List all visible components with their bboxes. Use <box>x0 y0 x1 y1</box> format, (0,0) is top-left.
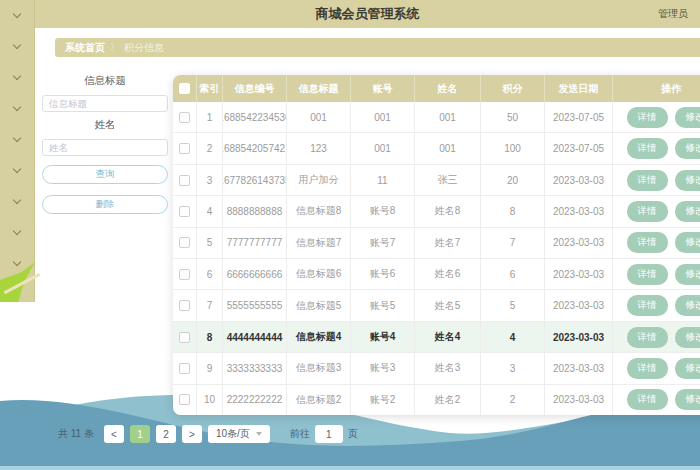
cell-points: 4 <box>481 322 545 352</box>
cell-points: 20 <box>481 165 545 195</box>
row-checkbox[interactable] <box>179 269 190 280</box>
table-row[interactable]: 5 7777777777 信息标题7 账号7 姓名7 7 2023-03-03 … <box>173 228 700 259</box>
cell-date: 2023-03-03 <box>545 322 613 352</box>
column-header: 账号 <box>351 75 415 102</box>
cell-account: 账号8 <box>351 196 415 226</box>
cell-code: 5555555555 <box>223 290 287 320</box>
row-checkbox[interactable] <box>179 332 190 343</box>
row-checkbox[interactable] <box>179 206 190 217</box>
cell-name: 姓名2 <box>415 385 481 415</box>
cell-date: 2023-03-03 <box>545 259 613 289</box>
row-checkbox[interactable] <box>179 112 190 123</box>
cell-actions: 详情 修改 <box>613 290 700 320</box>
cell-name: 张三 <box>415 165 481 195</box>
detail-button[interactable]: 详情 <box>627 138 668 159</box>
row-checkbox[interactable] <box>179 300 190 311</box>
sidebar-menu-item[interactable] <box>0 217 34 248</box>
name-filter-label: 姓名 <box>42 118 168 132</box>
detail-button[interactable]: 详情 <box>627 170 668 191</box>
sidebar-menu-item[interactable] <box>0 155 34 186</box>
cell-index: 7 <box>197 290 223 320</box>
row-checkbox[interactable] <box>179 394 190 405</box>
chevron-down-icon <box>256 432 262 436</box>
row-checkbox-cell <box>173 196 197 226</box>
cell-code: 7777777777 <box>223 228 287 258</box>
row-checkbox-cell <box>173 322 197 352</box>
page-button-2[interactable]: 2 <box>156 425 176 443</box>
edit-button[interactable]: 修改 <box>675 201 700 222</box>
edit-button[interactable]: 修改 <box>675 138 700 159</box>
cell-date: 2023-03-03 <box>545 228 613 258</box>
edit-button[interactable]: 修改 <box>675 170 700 191</box>
edit-button[interactable]: 修改 <box>675 295 700 316</box>
detail-button[interactable]: 详情 <box>627 201 668 222</box>
cell-account: 账号5 <box>351 290 415 320</box>
sidebar-menu-item[interactable] <box>0 0 34 31</box>
cell-account: 账号4 <box>351 322 415 352</box>
table-row[interactable]: 7 5555555555 信息标题5 账号5 姓名5 5 2023-03-03 … <box>173 290 700 321</box>
edit-button[interactable]: 修改 <box>675 389 700 410</box>
row-checkbox[interactable] <box>179 143 190 154</box>
detail-button[interactable]: 详情 <box>627 232 668 253</box>
prev-page-button[interactable]: < <box>104 425 124 443</box>
detail-button[interactable]: 详情 <box>627 107 668 128</box>
cell-points: 7 <box>481 228 545 258</box>
table-row[interactable]: 4 8888888888 信息标题8 账号8 姓名8 8 2023-03-03 … <box>173 196 700 227</box>
name-filter-input[interactable] <box>42 139 168 156</box>
edit-button[interactable]: 修改 <box>675 327 700 348</box>
goto-suffix: 页 <box>348 427 358 441</box>
user-menu[interactable]: 管理员 <box>658 7 688 21</box>
detail-button[interactable]: 详情 <box>627 327 668 348</box>
next-page-button[interactable]: > <box>182 425 202 443</box>
app-header: 商城会员管理系统 管理员 <box>35 0 700 28</box>
table-row[interactable]: 3 1677826143735 用户加分 11 张三 20 2023-03-03… <box>173 165 700 196</box>
row-checkbox-cell <box>173 133 197 163</box>
breadcrumb-home[interactable]: 系统首页 <box>65 41 105 55</box>
detail-button[interactable]: 详情 <box>627 389 668 410</box>
edit-button[interactable]: 修改 <box>675 264 700 285</box>
cell-index: 4 <box>197 196 223 226</box>
column-header: 姓名 <box>415 75 481 102</box>
cell-index: 3 <box>197 165 223 195</box>
sidebar-menu-item[interactable] <box>0 93 34 124</box>
cell-points: 5 <box>481 290 545 320</box>
sidebar-menu-item[interactable] <box>0 124 34 155</box>
cell-title: 信息标题5 <box>287 290 351 320</box>
edit-button[interactable]: 修改 <box>675 107 700 128</box>
sidebar-menu-item[interactable] <box>0 186 34 217</box>
select-all-checkbox[interactable] <box>179 83 190 94</box>
table-body: 1 1688542234536 001 001 001 50 2023-07-0… <box>173 102 700 415</box>
table-row[interactable]: 8 4444444444 信息标题4 账号4 姓名4 4 2023-03-03 … <box>173 322 700 353</box>
detail-button[interactable]: 详情 <box>627 358 668 379</box>
page-button-1[interactable]: 1 <box>130 425 150 443</box>
cell-title: 001 <box>287 102 351 132</box>
delete-button[interactable]: 删除 <box>42 195 168 214</box>
row-checkbox[interactable] <box>179 237 190 248</box>
cell-name: 姓名8 <box>415 196 481 226</box>
sidebar-menu-item[interactable] <box>0 62 34 93</box>
table-row[interactable]: 9 3333333333 信息标题3 账号3 姓名3 3 2023-03-03 … <box>173 353 700 384</box>
detail-button[interactable]: 详情 <box>627 295 668 316</box>
goto-page-input[interactable] <box>315 425 343 443</box>
cell-code: 1677826143735 <box>223 165 287 195</box>
data-table: 索引信息编号信息标题账号姓名积分发送日期操作 1 1688542234536 0… <box>173 75 700 415</box>
cell-actions: 详情 修改 <box>613 259 700 289</box>
edit-button[interactable]: 修改 <box>675 358 700 379</box>
row-checkbox[interactable] <box>179 363 190 374</box>
cell-code: 2222222222 <box>223 385 287 415</box>
chevron-down-icon <box>13 165 21 173</box>
table-row[interactable]: 2 1688542057421 123 001 001 100 2023-07-… <box>173 133 700 164</box>
cell-points: 50 <box>481 102 545 132</box>
table-row[interactable]: 10 2222222222 信息标题2 账号2 姓名2 2 2023-03-03… <box>173 385 700 415</box>
title-filter-input[interactable] <box>42 95 168 112</box>
detail-button[interactable]: 详情 <box>627 264 668 285</box>
column-header: 信息编号 <box>223 75 287 102</box>
table-row[interactable]: 1 1688542234536 001 001 001 50 2023-07-0… <box>173 102 700 133</box>
page-size-select[interactable]: 10条/页 <box>208 425 270 443</box>
cell-actions: 详情 修改 <box>613 385 700 415</box>
search-button[interactable]: 查询 <box>42 165 168 184</box>
sidebar-menu-item[interactable] <box>0 31 34 62</box>
table-row[interactable]: 6 6666666666 信息标题6 账号6 姓名6 6 2023-03-03 … <box>173 259 700 290</box>
edit-button[interactable]: 修改 <box>675 232 700 253</box>
row-checkbox[interactable] <box>179 175 190 186</box>
